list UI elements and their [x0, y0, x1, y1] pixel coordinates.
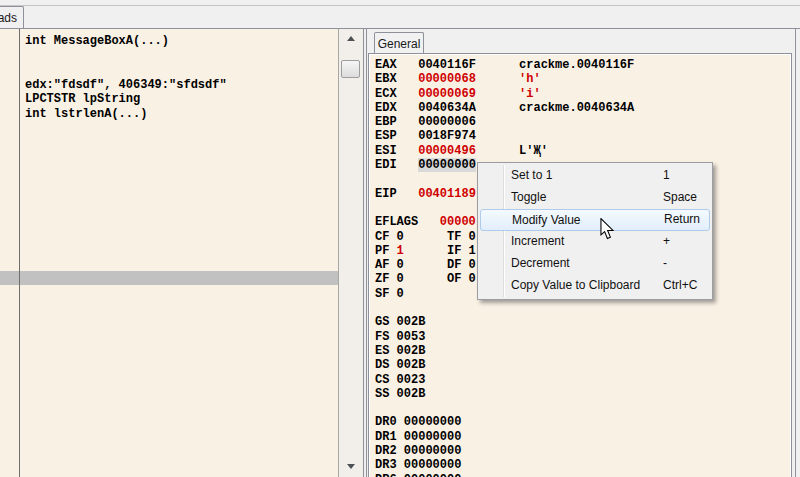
register-text: EBX	[375, 72, 418, 86]
register-text: SF 0	[375, 287, 404, 301]
register-text: EDI	[375, 158, 418, 172]
context-menu-item-toggle[interactable]: ToggleSpace	[480, 187, 710, 209]
mouse-cursor	[600, 218, 615, 240]
context-menu-item-modify-value[interactable]: Modify ValueReturn	[480, 209, 710, 231]
register-text: EFLAGS	[375, 215, 440, 229]
menu-item-shortcut: -	[663, 253, 667, 274]
register-row[interactable]: EAX 0040116F crackme.0040116F	[375, 58, 634, 72]
register-text: EDX	[375, 101, 418, 115]
register-row[interactable]: DR6 00000000	[375, 473, 634, 477]
registers-dock-right-border	[795, 29, 796, 477]
register-text: PF	[375, 244, 397, 258]
register-text: ESI	[375, 144, 418, 158]
register-text: 00000068	[418, 72, 476, 86]
context-menu: Set to 11ToggleSpaceModify ValueReturnIn…	[477, 162, 713, 300]
register-text: DR2 00000000	[375, 444, 461, 458]
menu-item-label: Toggle	[511, 190, 546, 204]
register-text: DR1 00000000	[375, 430, 461, 444]
scroll-thumb[interactable]	[341, 60, 360, 78]
register-text: DR0 00000000	[375, 415, 461, 429]
context-menu-item-set-to-1[interactable]: Set to 11	[480, 165, 710, 187]
register-text: EAX	[375, 58, 418, 72]
menu-item-label: Copy Value to Clipboard	[511, 278, 640, 292]
register-text: AF 0 DF 0	[375, 258, 476, 272]
register-text: 00000496	[418, 144, 476, 158]
menu-item-shortcut: Ctrl+C	[663, 275, 697, 296]
register-text: 0018F974	[418, 129, 476, 143]
register-text: DS 002B	[375, 358, 425, 372]
register-row[interactable]: ESI 00000496 L'Җ'	[375, 144, 634, 158]
debugger-window: ads int MessageBoxA(...) edx:"fdsdf", 40…	[0, 0, 800, 477]
context-menu-item-decrement[interactable]: Decrement-	[480, 253, 710, 275]
register-text: ZF 0 OF 0	[375, 272, 476, 286]
scroll-down-icon[interactable]	[347, 464, 355, 469]
register-text: crackme.0040116F	[476, 58, 634, 72]
tab-general[interactable]: General	[374, 32, 424, 54]
register-row[interactable]: DR3 00000000	[375, 458, 634, 472]
register-text: 1	[397, 244, 404, 258]
context-menu-item-copy-value-to-clipboard[interactable]: Copy Value to ClipboardCtrl+C	[480, 275, 710, 297]
register-text: ECX	[375, 87, 418, 101]
register-row[interactable]: DR0 00000000	[375, 415, 634, 429]
register-row[interactable]	[375, 401, 634, 415]
register-row[interactable]: EBP 00000006	[375, 115, 634, 129]
register-text: IF 1	[404, 244, 476, 258]
menu-item-label: Modify Value	[512, 213, 580, 227]
register-row[interactable]: EDX 0040634A crackme.0040634A	[375, 101, 634, 115]
register-text: GS 002B	[375, 315, 425, 329]
toolbar-divider	[0, 5, 800, 6]
register-row[interactable]: EBX 00000068 'h'	[375, 72, 634, 86]
register-text: ESP	[375, 129, 418, 143]
register-text: EIP	[375, 187, 418, 201]
register-text: 00000006	[418, 115, 476, 129]
register-text: crackme.0040634A	[476, 101, 634, 115]
register-text: SS 002B	[375, 387, 425, 401]
menu-item-label: Increment	[511, 234, 564, 248]
register-text: DR6 00000000	[375, 473, 461, 477]
register-row[interactable]: SS 002B	[375, 387, 634, 401]
menu-item-shortcut: +	[663, 231, 670, 252]
register-value-selected: 00000000	[418, 158, 476, 172]
register-text: 0040634A	[418, 101, 476, 115]
register-row[interactable]: CS 0023	[375, 373, 634, 387]
register-row[interactable]: GS 002B	[375, 315, 634, 329]
register-row[interactable]: ES 002B	[375, 344, 634, 358]
disassembly-text[interactable]: int MessageBoxA(...) edx:"fdsdf", 406349…	[25, 34, 227, 122]
register-text: 0040116F	[418, 58, 476, 72]
disassembly-panel[interactable]: int MessageBoxA(...) edx:"fdsdf", 406349…	[0, 29, 364, 477]
register-text: EBP	[375, 115, 418, 129]
menu-item-shortcut: Return	[664, 209, 700, 230]
register-text: ES 002B	[375, 344, 425, 358]
scroll-up-icon[interactable]	[347, 36, 355, 41]
register-text: 'h'	[519, 72, 541, 86]
register-text: FS 0053	[375, 330, 425, 344]
register-text: DR3 00000000	[375, 458, 461, 472]
register-text	[476, 87, 519, 101]
menu-item-label: Decrement	[511, 256, 570, 270]
vertical-scrollbar[interactable]	[339, 29, 363, 477]
register-row[interactable]: FS 0053	[375, 330, 634, 344]
registers-dock-left-border	[366, 29, 367, 477]
register-row[interactable]: ESP 0018F974	[375, 129, 634, 143]
register-text: 'i'	[519, 87, 541, 101]
register-row[interactable]: DR1 00000000	[375, 430, 634, 444]
register-text: CF 0 TF 0	[375, 230, 476, 244]
register-row[interactable]: DS 002B	[375, 358, 634, 372]
register-row[interactable]: DR2 00000000	[375, 444, 634, 458]
register-text: 00000	[440, 215, 476, 229]
register-text: CS 0023	[375, 373, 425, 387]
register-text: 00000069	[418, 87, 476, 101]
selected-line[interactable]	[0, 271, 338, 285]
menu-item-label: Set to 1	[511, 168, 552, 182]
register-row[interactable]	[375, 301, 634, 315]
context-menu-item-increment[interactable]: Increment+	[480, 231, 710, 253]
register-text	[476, 72, 519, 86]
gutter-divider	[19, 29, 20, 477]
menu-item-shortcut: Space	[663, 187, 697, 208]
tab-threads-partial[interactable]: ads	[0, 6, 24, 28]
register-text: L'Җ'	[476, 144, 548, 158]
register-text: 00401189	[418, 187, 476, 201]
register-row[interactable]: ECX 00000069 'i'	[375, 87, 634, 101]
menu-item-shortcut: 1	[663, 165, 670, 186]
